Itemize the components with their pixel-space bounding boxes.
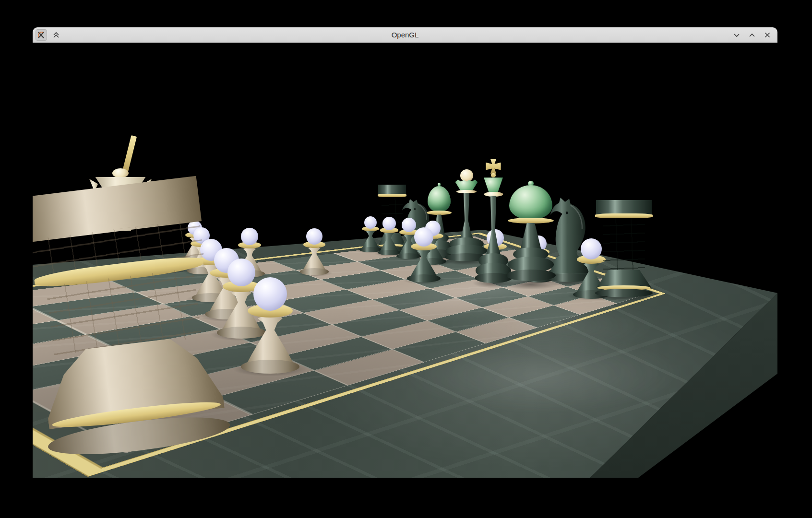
dark-bishop bbox=[506, 181, 556, 286]
white-rook bbox=[33, 176, 229, 464]
titlebar[interactable]: OpenGL bbox=[33, 27, 777, 43]
window-title: OpenGL bbox=[33, 27, 777, 42]
dark-pawn bbox=[405, 227, 443, 282]
maximize-chevron-up-icon[interactable] bbox=[747, 30, 757, 40]
white-pawn bbox=[298, 228, 331, 275]
opengl-viewport[interactable] bbox=[33, 43, 777, 478]
opengl-window: OpenGL bbox=[33, 27, 777, 477]
white-pawn bbox=[237, 277, 304, 373]
close-icon[interactable] bbox=[762, 30, 773, 40]
dark-rook bbox=[595, 200, 653, 298]
minimize-chevron-down-icon[interactable] bbox=[731, 30, 742, 40]
